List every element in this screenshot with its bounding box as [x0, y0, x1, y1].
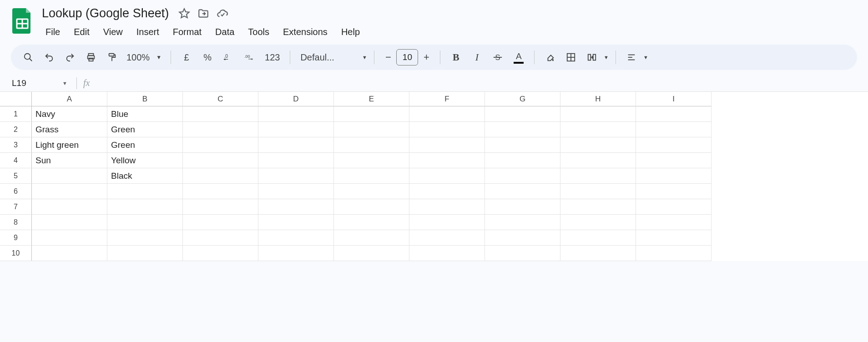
undo-icon[interactable] [39, 48, 59, 66]
cell[interactable] [560, 184, 636, 199]
font-size-input[interactable] [396, 49, 418, 65]
move-to-folder-icon[interactable] [197, 7, 210, 20]
cell[interactable] [409, 230, 485, 246]
cell[interactable] [409, 122, 485, 137]
cell[interactable] [334, 215, 409, 230]
cell[interactable] [107, 215, 183, 230]
cell[interactable] [409, 184, 485, 199]
cell[interactable] [636, 137, 712, 153]
star-icon[interactable] [178, 7, 191, 20]
strikethrough-button[interactable]: S [488, 48, 508, 66]
menu-edit[interactable]: Edit [67, 24, 96, 40]
chevron-down-icon[interactable]: ▼ [641, 55, 650, 60]
cell[interactable] [636, 122, 712, 137]
cell[interactable] [636, 106, 712, 122]
cell[interactable] [485, 215, 560, 230]
sheets-logo[interactable] [11, 6, 34, 35]
cell[interactable] [334, 168, 409, 184]
cell[interactable] [560, 230, 636, 246]
cell[interactable] [560, 106, 636, 122]
cell[interactable] [183, 137, 258, 153]
cell[interactable] [636, 184, 712, 199]
fill-color-button[interactable] [540, 48, 560, 66]
cell[interactable] [560, 153, 636, 168]
format-percent-button[interactable]: % [197, 48, 217, 66]
increase-decimal-icon[interactable]: .00 [239, 48, 259, 66]
cell[interactable] [334, 199, 409, 215]
column-header[interactable]: I [636, 92, 712, 106]
cell[interactable] [258, 230, 334, 246]
cell[interactable]: Blue [107, 106, 183, 122]
cell[interactable] [107, 246, 183, 261]
cell[interactable] [334, 246, 409, 261]
cell[interactable]: Black [107, 168, 183, 184]
column-header[interactable]: G [485, 92, 560, 106]
cloud-saved-icon[interactable] [216, 7, 229, 20]
cell[interactable] [258, 137, 334, 153]
text-color-button[interactable]: A [509, 48, 529, 66]
cell[interactable] [258, 122, 334, 137]
menu-insert[interactable]: Insert [130, 24, 166, 40]
row-header[interactable]: 4 [0, 153, 32, 168]
search-icon[interactable] [18, 48, 38, 66]
name-box[interactable]: L19 ▼ [5, 76, 73, 90]
cell[interactable] [485, 122, 560, 137]
cell[interactable] [334, 184, 409, 199]
cell[interactable] [636, 230, 712, 246]
cell[interactable] [485, 184, 560, 199]
cell[interactable] [32, 246, 107, 261]
cell[interactable] [183, 215, 258, 230]
cell[interactable] [409, 199, 485, 215]
row-header[interactable]: 8 [0, 215, 32, 230]
cell[interactable] [409, 137, 485, 153]
cell[interactable]: Navy [32, 106, 107, 122]
cell[interactable]: Green [107, 122, 183, 137]
menu-format[interactable]: Format [167, 24, 208, 40]
decrease-decimal-icon[interactable]: .0 [218, 48, 238, 66]
print-icon[interactable] [81, 48, 101, 66]
row-header[interactable]: 7 [0, 199, 32, 215]
italic-button[interactable]: I [467, 48, 487, 66]
row-header[interactable]: 2 [0, 122, 32, 137]
cell[interactable] [485, 246, 560, 261]
cell[interactable] [183, 153, 258, 168]
cell[interactable] [560, 137, 636, 153]
column-header[interactable]: E [334, 92, 409, 106]
row-header[interactable]: 10 [0, 246, 32, 261]
cell[interactable] [258, 184, 334, 199]
row-header[interactable]: 3 [0, 137, 32, 153]
menu-file[interactable]: File [39, 24, 66, 40]
cell[interactable] [334, 137, 409, 153]
cell[interactable] [183, 184, 258, 199]
cell[interactable]: Sun [32, 153, 107, 168]
menu-extensions[interactable]: Extensions [277, 24, 334, 40]
cell[interactable] [560, 122, 636, 137]
cell[interactable] [258, 168, 334, 184]
font-size-increase-button[interactable]: + [418, 49, 434, 65]
cell[interactable] [485, 199, 560, 215]
cell[interactable] [183, 199, 258, 215]
more-number-formats-button[interactable]: 123 [260, 48, 284, 66]
cell[interactable] [636, 199, 712, 215]
cell[interactable] [636, 168, 712, 184]
bold-button[interactable]: B [446, 48, 466, 66]
font-family-select[interactable]: Defaul... [296, 52, 359, 63]
cell[interactable] [32, 230, 107, 246]
cell[interactable] [258, 246, 334, 261]
cell[interactable] [560, 246, 636, 261]
cell[interactable] [409, 153, 485, 168]
zoom-select[interactable]: 100% ▼ [123, 52, 165, 63]
doc-title[interactable]: Lookup (Google Sheet) [39, 5, 172, 21]
cell[interactable] [32, 184, 107, 199]
cell[interactable] [183, 106, 258, 122]
font-size-decrease-button[interactable]: − [380, 49, 396, 65]
column-header[interactable]: D [258, 92, 334, 106]
cell[interactable] [334, 153, 409, 168]
cell[interactable] [32, 168, 107, 184]
cell[interactable] [409, 246, 485, 261]
row-header[interactable]: 9 [0, 230, 32, 246]
cell[interactable] [560, 215, 636, 230]
row-header[interactable]: 6 [0, 184, 32, 199]
cell[interactable] [485, 106, 560, 122]
chevron-down-icon[interactable]: ▼ [602, 55, 610, 60]
